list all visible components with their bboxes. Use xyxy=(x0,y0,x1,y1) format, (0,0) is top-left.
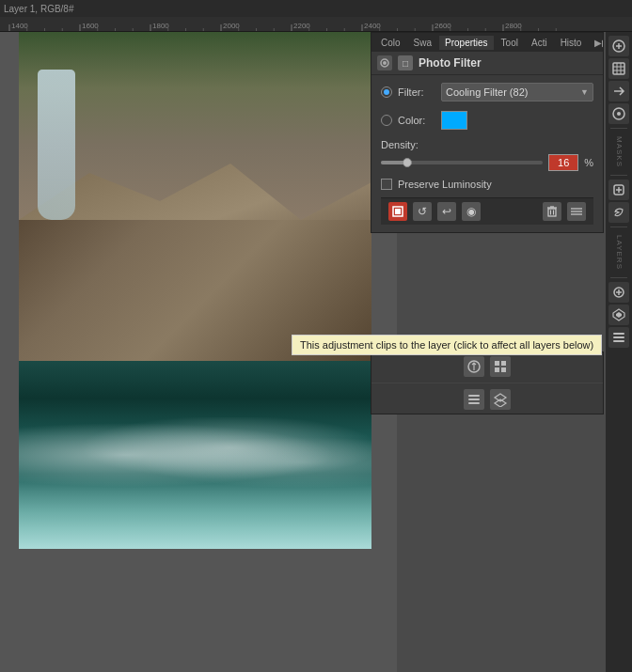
tab-color[interactable]: Colo xyxy=(375,36,406,50)
svg-rect-25 xyxy=(613,63,624,74)
toolbar-btn-4[interactable] xyxy=(608,103,629,124)
circle-btn[interactable] xyxy=(464,356,484,377)
waterfall-image xyxy=(19,32,371,549)
horizontal-ruler xyxy=(0,17,632,32)
layers-btn[interactable] xyxy=(464,389,484,410)
color-radio[interactable] xyxy=(381,115,392,126)
properties-panel: Colo Swa Properties Tool Acti Histo ▶▶ □… xyxy=(371,32,604,233)
adjustment-icon: □ xyxy=(398,55,413,70)
toolbar-divider-3 xyxy=(610,227,627,227)
density-row: 16 % xyxy=(381,154,593,171)
properties-panel-2 xyxy=(371,352,604,414)
density-unit: % xyxy=(584,157,593,168)
clip-to-layer-button[interactable] xyxy=(388,202,407,221)
toolbar-btn-8[interactable] xyxy=(608,305,629,325)
panel-tab-bar: Colo Swa Properties Tool Acti Histo ▶▶ xyxy=(371,33,603,52)
filter-value: Cooling Filter (82) xyxy=(446,86,528,98)
more-options-button[interactable] xyxy=(567,202,586,221)
refresh-button[interactable]: ↺ xyxy=(413,202,432,221)
color-label: Color: xyxy=(398,115,435,126)
tab-actions[interactable]: Acti xyxy=(526,36,553,50)
toolbar-btn-5[interactable] xyxy=(608,180,629,200)
tab-tool[interactable]: Tool xyxy=(496,36,524,50)
dropdown-arrow-icon: ▼ xyxy=(580,87,589,97)
panel2-top-btns xyxy=(371,352,603,381)
toolbar-btn-2[interactable] xyxy=(608,58,629,79)
color-row: Color: xyxy=(381,111,593,130)
filter-radio[interactable] xyxy=(381,86,392,98)
preserve-luminosity-checkbox[interactable] xyxy=(381,179,392,190)
tab-swatches[interactable]: Swa xyxy=(408,36,437,50)
tab-properties[interactable]: Properties xyxy=(439,36,494,50)
svg-rect-17 xyxy=(468,395,480,397)
layer-info: Layer 1, RGB/8# xyxy=(4,4,73,14)
panel2-divider xyxy=(371,383,603,383)
water-foam xyxy=(19,417,371,492)
density-slider-thumb[interactable] xyxy=(403,158,412,167)
density-label: Density: xyxy=(381,139,593,150)
svg-rect-18 xyxy=(468,399,480,400)
delete-button[interactable] xyxy=(543,202,561,221)
tab-more-btn[interactable]: ▶▶ xyxy=(589,36,603,50)
toolbar-btn-6[interactable] xyxy=(608,202,629,223)
section-label-masks: MASKS xyxy=(615,136,624,167)
toolbar-btn-1[interactable] xyxy=(608,36,629,56)
svg-rect-13 xyxy=(495,361,499,366)
waterfall-stream xyxy=(38,70,75,220)
top-info-bar: Layer 1, RGB/8# xyxy=(0,0,632,17)
svg-rect-4 xyxy=(548,209,556,216)
svg-rect-16 xyxy=(501,367,506,372)
svg-point-1 xyxy=(383,61,387,65)
panel2-mid-btns xyxy=(371,385,603,414)
toolbar-btn-9[interactable] xyxy=(608,327,629,348)
panel-bottom-toolbar: ↺ ↩ ◉ xyxy=(381,197,593,225)
svg-marker-39 xyxy=(616,312,622,318)
toolbar-btn-7[interactable] xyxy=(608,282,629,303)
panel-body: Filter: Cooling Filter (82) ▼ Color: Den… xyxy=(371,75,603,232)
filter-dropdown[interactable]: Cooling Filter (82) ▼ xyxy=(441,83,593,102)
reset-button[interactable]: ↩ xyxy=(437,202,456,221)
svg-rect-15 xyxy=(495,367,499,372)
toolbar-divider-1 xyxy=(610,128,627,129)
density-value[interactable]: 16 xyxy=(548,154,578,171)
preserve-luminosity-row: Preserve Luminosity xyxy=(381,179,593,190)
panel-title: Photo Filter xyxy=(419,56,482,70)
svg-point-31 xyxy=(617,112,621,116)
svg-marker-20 xyxy=(495,394,506,401)
tab-history[interactable]: Histo xyxy=(555,36,588,50)
filter-row: Filter: Cooling Filter (82) ▼ xyxy=(381,83,593,102)
svg-rect-19 xyxy=(468,402,480,404)
density-slider[interactable] xyxy=(381,161,543,164)
visibility-button[interactable]: ◉ xyxy=(462,202,481,221)
svg-rect-3 xyxy=(395,209,401,214)
grid-btn[interactable] xyxy=(490,356,511,377)
filter-label: Filter: xyxy=(398,86,435,98)
toolbar-divider-2 xyxy=(610,175,627,176)
svg-rect-14 xyxy=(501,361,506,366)
photo-filter-icon xyxy=(377,55,392,70)
tooltip: This adjustment clips to the layer (clic… xyxy=(292,335,602,355)
svg-marker-21 xyxy=(495,399,506,407)
svg-rect-42 xyxy=(613,340,624,342)
density-section: Density: 16 % xyxy=(381,139,593,171)
color-swatch[interactable] xyxy=(441,111,467,130)
toolbar-divider-4 xyxy=(610,277,627,278)
section-label-layers: LAYERS xyxy=(615,235,624,270)
svg-rect-40 xyxy=(613,333,624,335)
stack-btn[interactable] xyxy=(490,389,511,410)
toolbar-btn-3[interactable] xyxy=(608,81,629,102)
preserve-luminosity-label: Preserve Luminosity xyxy=(398,179,492,190)
right-toolbar: MASKS LAYERS xyxy=(606,32,632,672)
svg-rect-41 xyxy=(613,336,624,338)
main-layout: Colo Swa Properties Tool Acti Histo ▶▶ □… xyxy=(0,32,632,672)
panel-header: □ Photo Filter xyxy=(371,52,603,75)
